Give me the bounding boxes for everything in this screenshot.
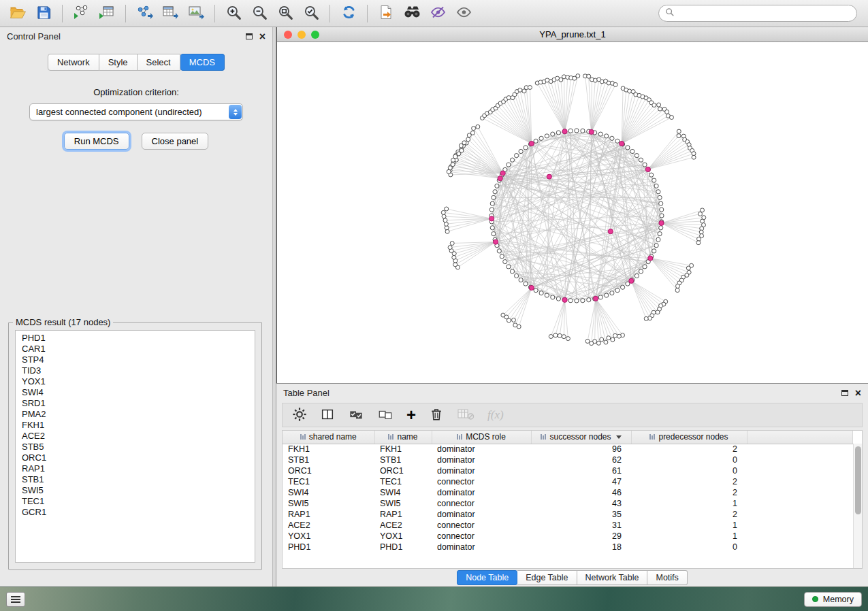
tab-select[interactable]: Select	[138, 54, 180, 71]
cell-name[interactable]: PHD1	[374, 542, 432, 552]
network-node[interactable]	[665, 110, 669, 114]
tab-node-table[interactable]: Node Table	[457, 570, 517, 585]
network-node[interactable]	[639, 158, 643, 162]
network-node[interactable]	[660, 214, 664, 218]
column-header[interactable]: shared name	[283, 431, 374, 444]
open-session-button[interactable]	[5, 3, 30, 24]
network-node[interactable]	[585, 340, 590, 344]
network-node[interactable]	[490, 201, 494, 205]
mcds-result-item[interactable]: GCR1	[22, 507, 255, 518]
tab-motifs[interactable]: Motifs	[647, 570, 687, 585]
cell-predecessors[interactable]: 1	[631, 531, 747, 542]
cell-predecessors[interactable]: 2	[631, 444, 747, 455]
network-node[interactable]	[598, 295, 602, 299]
network-node[interactable]	[659, 201, 663, 205]
mcds-result-item[interactable]: SRD1	[22, 398, 255, 409]
network-node[interactable]	[448, 246, 452, 250]
cell-role[interactable]: dominator	[432, 465, 531, 476]
cell-name[interactable]: STB1	[374, 455, 432, 465]
network-node[interactable]	[466, 137, 470, 142]
network-node[interactable]	[658, 107, 662, 111]
network-node[interactable]	[551, 295, 555, 299]
mcds-result-item[interactable]: PMA2	[22, 409, 255, 420]
network-node[interactable]	[512, 318, 516, 322]
table-row[interactable]: TEC1TEC1connector472	[283, 476, 853, 487]
network-node[interactable]	[596, 341, 600, 345]
network-canvas[interactable]	[277, 42, 868, 383]
network-node[interactable]	[658, 195, 662, 199]
zoom-in-button[interactable]	[221, 3, 246, 24]
tab-network-table[interactable]: Network Table	[577, 570, 648, 585]
network-node[interactable]	[524, 282, 528, 286]
network-node[interactable]	[607, 336, 611, 340]
close-panel-icon[interactable]: ×	[855, 389, 861, 397]
network-node[interactable]	[518, 88, 522, 92]
dominator-node[interactable]	[547, 174, 551, 179]
network-node[interactable]	[528, 86, 532, 90]
network-node[interactable]	[451, 163, 455, 167]
mcds-result-item[interactable]: PHD1	[22, 333, 255, 344]
column-header[interactable]: MCDS role	[432, 431, 531, 444]
network-node[interactable]	[515, 154, 519, 158]
network-node[interactable]	[630, 149, 634, 153]
close-panel-button[interactable]: Close panel	[142, 133, 209, 150]
network-node[interactable]	[611, 337, 615, 342]
table-row[interactable]: SWI4SWI4dominator462	[283, 487, 853, 498]
network-node[interactable]	[604, 340, 608, 344]
cell-role[interactable]: dominator	[432, 509, 531, 520]
cell-name[interactable]: ORC1	[374, 465, 432, 476]
network-node[interactable]	[575, 299, 579, 303]
first-neighbors-button[interactable]	[400, 3, 424, 24]
network-node[interactable]	[513, 323, 517, 327]
network-node[interactable]	[519, 278, 523, 282]
network-node[interactable]	[445, 226, 449, 230]
network-node[interactable]	[658, 232, 662, 236]
mcds-result-item[interactable]: CAR1	[22, 344, 255, 354]
cell-role[interactable]: connector	[432, 498, 531, 509]
zoom-fit-button[interactable]	[273, 3, 298, 24]
cell-successors[interactable]: 47	[531, 476, 631, 487]
cell-predecessors[interactable]: 2	[631, 487, 747, 498]
float-panel-icon[interactable]	[841, 390, 848, 396]
cell-successors[interactable]: 46	[531, 487, 631, 498]
network-node[interactable]	[441, 210, 445, 214]
network-node[interactable]	[634, 274, 639, 278]
sort-chevron-icon[interactable]	[616, 435, 622, 439]
dominator-node[interactable]	[620, 141, 624, 146]
dominator-node[interactable]	[594, 296, 598, 301]
cell-role[interactable]: connector	[432, 531, 531, 542]
network-node[interactable]	[562, 335, 566, 339]
cell-role[interactable]: dominator	[432, 455, 531, 465]
network-node[interactable]	[493, 190, 497, 194]
network-node[interactable]	[639, 269, 643, 274]
import-network-button[interactable]	[69, 3, 93, 24]
dominator-node[interactable]	[659, 220, 664, 225]
column-header[interactable]: successor nodes	[531, 431, 631, 444]
column-menu-icon[interactable]	[300, 434, 306, 440]
dominator-node[interactable]	[648, 256, 653, 261]
column-menu-icon[interactable]	[541, 434, 546, 440]
network-node[interactable]	[497, 249, 501, 253]
network-node[interactable]	[476, 125, 480, 129]
cell-role[interactable]: dominator	[432, 487, 531, 498]
cell-shared_name[interactable]: STB1	[283, 455, 374, 465]
cell-predecessors[interactable]: 0	[631, 455, 747, 465]
show-all-button[interactable]	[451, 3, 476, 24]
save-session-button[interactable]	[31, 3, 56, 24]
cell-predecessors[interactable]: 2	[631, 509, 747, 520]
network-node[interactable]	[617, 334, 621, 338]
dominator-node[interactable]	[629, 278, 634, 283]
network-node[interactable]	[495, 184, 499, 188]
dominator-node[interactable]	[562, 129, 567, 134]
import-table-button[interactable]	[95, 3, 119, 24]
network-node[interactable]	[444, 222, 448, 226]
mcds-result-list[interactable]: PHD1CAR1STP4TID3YOX1SWI4SRD1PMA2FKH1ACE2…	[15, 330, 255, 563]
dominator-node[interactable]	[494, 240, 498, 244]
network-node[interactable]	[587, 74, 591, 78]
cell-shared_name[interactable]: YOX1	[283, 531, 374, 542]
network-node[interactable]	[507, 265, 511, 269]
cell-shared_name[interactable]: ORC1	[283, 465, 374, 476]
dominator-node[interactable]	[489, 216, 494, 221]
network-node[interactable]	[643, 163, 647, 167]
zoom-out-button[interactable]	[247, 3, 272, 24]
